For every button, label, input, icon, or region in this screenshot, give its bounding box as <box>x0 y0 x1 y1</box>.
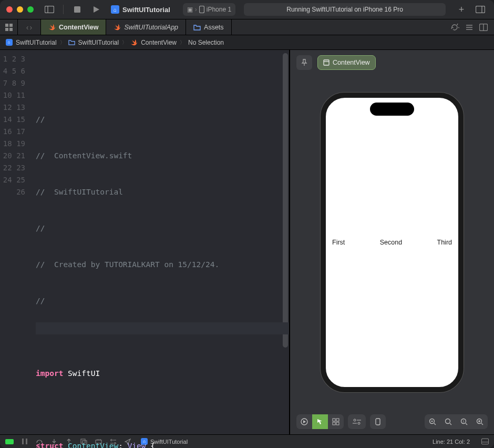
related-items-icon[interactable] <box>0 19 18 35</box>
zoom-fit-button[interactable] <box>440 414 456 429</box>
code-editor[interactable]: 1 2 3 4 5 6 7 8 9 10 11 12 13 14 15 16 1… <box>0 50 290 434</box>
tab-bar-right <box>445 19 494 35</box>
debug-status-icon[interactable] <box>5 439 14 444</box>
adjust-editor-icon[interactable] <box>466 24 473 31</box>
preview-toolbar: ContentView <box>290 50 494 75</box>
zoom-in-button[interactable] <box>472 414 488 429</box>
scheme-selector[interactable]: ⌂ SwiftUITutorial <box>111 5 170 14</box>
preview-pane: ContentView First Second Third <box>290 50 494 434</box>
chevron-right-icon: › <box>195 6 197 13</box>
preview-target[interactable]: ContentView <box>317 55 376 70</box>
swift-file-icon <box>114 24 121 31</box>
device-label: iPhone 1 <box>207 6 231 13</box>
library-toggle-icon[interactable] <box>473 3 488 16</box>
pause-debug-icon[interactable] <box>21 438 28 445</box>
svg-rect-4 <box>476 6 485 13</box>
live-preview-button[interactable] <box>296 414 312 429</box>
breadcrumb-project[interactable]: SwiftUITutorial <box>16 39 57 46</box>
svg-rect-6 <box>5 24 8 27</box>
app-icon: ⌂ <box>111 5 119 14</box>
svg-rect-7 <box>9 24 13 27</box>
stop-button[interactable] <box>70 3 85 16</box>
swift-file-icon <box>130 39 138 46</box>
iphone-icon <box>199 6 204 13</box>
cursor-position: Line: 21 Col: 2 <box>433 439 470 445</box>
preview-bottom-toolbar: 1 <box>290 409 494 434</box>
run-destination[interactable]: ▣ › iPhone 1 <box>183 3 235 16</box>
swift-file-icon <box>48 24 56 31</box>
refresh-icon[interactable] <box>451 24 459 31</box>
sidebar-toggle-icon[interactable] <box>42 3 57 16</box>
breadcrumb-folder[interactable]: SwiftUITutorial <box>78 39 119 46</box>
svg-line-36 <box>481 423 483 425</box>
svg-point-24 <box>358 422 360 424</box>
svg-point-22 <box>354 419 356 421</box>
tab-label: Assets <box>204 24 224 31</box>
preview-text-third: Third <box>437 239 452 246</box>
svg-rect-39 <box>22 439 24 444</box>
zoom-window-button[interactable] <box>27 6 34 13</box>
zoom-out-button[interactable] <box>425 414 440 429</box>
breadcrumb: ⌂ SwiftUITutorial 〉 SwiftUITutorial 〉 Co… <box>0 35 494 50</box>
forward-button[interactable]: › <box>30 23 33 32</box>
variants-button[interactable] <box>328 414 344 429</box>
device-settings-button[interactable] <box>348 414 366 429</box>
close-window-button[interactable] <box>6 6 13 13</box>
svg-line-33 <box>466 423 467 425</box>
tab-label: SwiftUITutorialApp <box>124 24 178 31</box>
breadcrumb-file[interactable]: ContentView <box>141 39 177 46</box>
svg-rect-15 <box>324 60 329 65</box>
svg-rect-40 <box>26 439 27 444</box>
preview-device-button[interactable] <box>370 414 386 429</box>
svg-rect-18 <box>333 419 335 421</box>
chevron-right-icon: 〉 <box>60 39 65 46</box>
minimize-window-button[interactable] <box>17 6 23 13</box>
preview-text-first: First <box>332 239 345 246</box>
pin-preview-button[interactable] <box>296 55 312 70</box>
history-nav: ‹ › <box>18 19 41 35</box>
tab-label: ContentView <box>59 24 98 31</box>
svg-rect-56 <box>481 439 488 444</box>
iphone-frame: First Second Third <box>321 93 464 392</box>
svg-rect-20 <box>333 422 335 425</box>
zoom-actual-button[interactable]: 1 <box>456 414 472 429</box>
svg-rect-8 <box>5 28 8 31</box>
window-controls <box>6 6 34 13</box>
toggle-debug-area-icon[interactable] <box>481 438 489 445</box>
svg-rect-0 <box>45 6 54 13</box>
tab-bar: ‹ › ContentView SwiftUITutorialApp Asset… <box>0 19 494 35</box>
svg-rect-3 <box>199 6 204 13</box>
tab-swiftuitutorialapp[interactable]: SwiftUITutorialApp <box>106 19 186 35</box>
tab-contentview[interactable]: ContentView <box>41 19 106 35</box>
selectable-preview-button[interactable] <box>312 414 328 429</box>
preview-text-second: Second <box>380 239 402 246</box>
view-icon <box>323 59 330 66</box>
svg-rect-19 <box>336 419 339 421</box>
zoom-group: 1 <box>425 414 488 429</box>
svg-line-28 <box>434 423 436 425</box>
svg-point-30 <box>446 419 450 424</box>
project-name: SwiftUITutorial <box>122 6 170 14</box>
run-button[interactable] <box>89 3 104 16</box>
preview-canvas[interactable]: First Second Third <box>290 75 494 409</box>
line-gutter: 1 2 3 4 5 6 7 8 9 10 11 12 13 14 15 16 1… <box>0 50 32 434</box>
svg-line-31 <box>450 423 451 425</box>
titlebar: ⌂ SwiftUITutorial ▣ › iPhone 1 Running S… <box>0 0 494 19</box>
editor-options-icon[interactable] <box>479 24 488 31</box>
svg-rect-9 <box>9 28 13 31</box>
activity-status[interactable]: Running SwiftUITutorial on iPhone 16 Pro <box>244 3 446 16</box>
tab-assets[interactable]: Assets <box>186 19 232 35</box>
device-build-icon: ▣ <box>187 6 193 13</box>
preview-content: First Second Third <box>326 98 458 387</box>
back-button[interactable]: ‹ <box>26 23 29 32</box>
folder-icon <box>193 24 201 31</box>
add-tab-button[interactable]: + <box>454 3 469 16</box>
svg-rect-21 <box>336 422 339 425</box>
chevron-right-icon: 〉 <box>180 39 185 46</box>
breadcrumb-selection[interactable]: No Selection <box>188 39 224 46</box>
svg-text:1: 1 <box>463 420 465 423</box>
code-area[interactable]: // // ContentView.swift // SwiftUITutori… <box>32 50 289 434</box>
main-split: 1 2 3 4 5 6 7 8 9 10 11 12 13 14 15 16 1… <box>0 50 494 434</box>
folder-icon <box>68 39 75 46</box>
chevron-right-icon: 〉 <box>122 39 127 46</box>
